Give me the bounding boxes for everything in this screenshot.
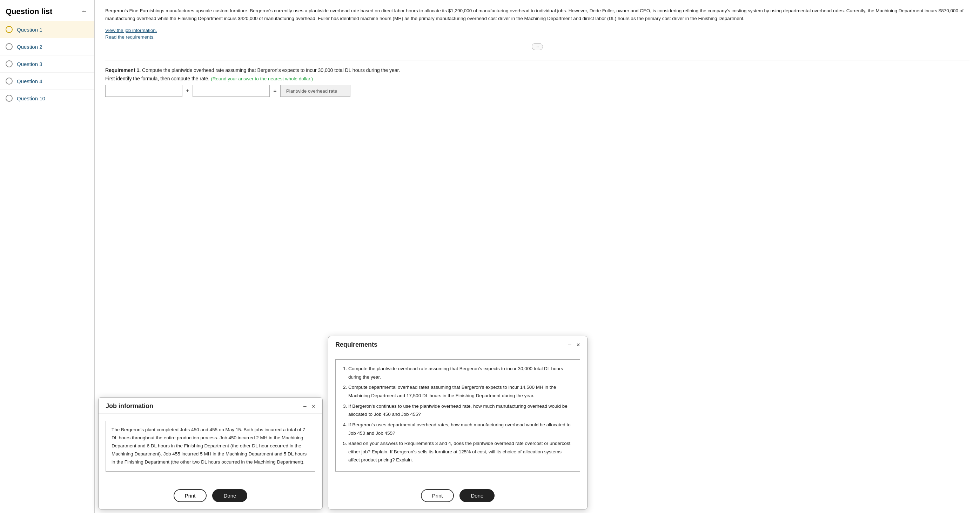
sidebar-header: Question list ←	[0, 0, 94, 21]
job-information-modal: Job information − × The Bergeron's plant…	[98, 397, 323, 510]
job-modal-header: Job information − ×	[99, 398, 322, 414]
job-done-button[interactable]: Done	[212, 489, 247, 502]
sidebar-item-question-10[interactable]: Question 10	[0, 90, 94, 107]
sidebar-item-question-1[interactable]: Question 1	[0, 21, 94, 38]
sidebar-title: Question list	[6, 7, 52, 16]
sidebar-item-question-3[interactable]: Question 3	[0, 56, 94, 73]
formula-hint-parenthetical: (Round your answer to the nearest whole …	[211, 76, 313, 81]
question-label-1: Question 1	[17, 27, 43, 33]
requirement-item-2: Compute departmental overhead rates assu…	[348, 383, 573, 400]
question-circle-4	[6, 78, 13, 84]
question-circle-3	[6, 61, 13, 67]
requirements-modal-minimize-button[interactable]: −	[568, 342, 572, 348]
formula-equals-operator: =	[273, 88, 277, 94]
requirements-modal: Requirements − × Compute the plantwide o…	[328, 336, 587, 510]
requirements-modal-header: Requirements − ×	[328, 336, 587, 352]
question-label-10: Question 10	[17, 96, 45, 101]
requirement-item-3: If Bergeron's continues to use the plant…	[348, 402, 573, 419]
formula-input-2[interactable]	[192, 85, 270, 97]
formula-plus-operator: +	[186, 88, 189, 94]
job-modal-controls: − ×	[303, 403, 315, 409]
scroll-indicator: ···	[532, 43, 543, 50]
question-circle-10	[6, 95, 13, 102]
collapse-button[interactable]: ←	[80, 6, 89, 16]
sidebar-item-question-2[interactable]: Question 2	[0, 38, 94, 56]
requirements-modal-footer: Print Done	[328, 486, 587, 509]
requirements-list-box: Compute the plantwide overhead rate assu…	[335, 359, 580, 472]
requirements-modal-title: Requirements	[335, 341, 377, 349]
scroll-divider: ···	[105, 43, 969, 50]
job-modal-minimize-button[interactable]: −	[303, 403, 307, 409]
section-divider	[105, 60, 969, 61]
question-label-2: Question 2	[17, 44, 43, 50]
question-circle-1	[6, 26, 13, 33]
intro-text: Bergeron's Fine Furnishings manufactures…	[105, 7, 969, 22]
question-circle-2	[6, 43, 13, 50]
question-label-4: Question 4	[17, 78, 43, 84]
formula-hint: First identify the formula, then compute…	[105, 76, 969, 81]
formula-result-label: Plantwide overhead rate	[280, 85, 350, 97]
job-modal-close-button[interactable]: ×	[312, 403, 315, 409]
job-modal-body: The Bergeron's plant completed Jobs 450 …	[99, 414, 322, 486]
formula-row: + = Plantwide overhead rate	[105, 85, 969, 97]
question-label-3: Question 3	[17, 61, 43, 67]
requirements-modal-controls: − ×	[568, 342, 580, 348]
requirement-1-title: Requirement 1. Compute the plantwide ove…	[105, 67, 969, 73]
job-modal-title: Job information	[106, 403, 153, 410]
requirements-done-button[interactable]: Done	[460, 489, 495, 502]
view-job-link[interactable]: View the job information.	[105, 28, 969, 33]
job-info-text: The Bergeron's plant completed Jobs 450 …	[106, 421, 315, 472]
job-print-button[interactable]: Print	[173, 489, 207, 502]
job-modal-footer: Print Done	[99, 486, 322, 509]
requirements-modal-body: Compute the plantwide overhead rate assu…	[328, 352, 587, 486]
read-requirements-link[interactable]: Read the requirements.	[105, 34, 969, 40]
question-list: Question 1Question 2Question 3Question 4…	[0, 21, 94, 513]
requirement-item-5: Based on your answers to Requirements 3 …	[348, 439, 573, 464]
formula-input-1[interactable]	[105, 85, 182, 97]
requirements-print-button[interactable]: Print	[421, 489, 454, 502]
sidebar: Question list ← Question 1Question 2Ques…	[0, 0, 95, 513]
requirement-1-section: Requirement 1. Compute the plantwide ove…	[105, 67, 969, 97]
requirement-item-1: Compute the plantwide overhead rate assu…	[348, 365, 573, 381]
sidebar-item-question-4[interactable]: Question 4	[0, 73, 94, 90]
requirements-modal-close-button[interactable]: ×	[576, 342, 580, 348]
requirement-item-4: If Bergeron's uses departmental overhead…	[348, 421, 573, 437]
